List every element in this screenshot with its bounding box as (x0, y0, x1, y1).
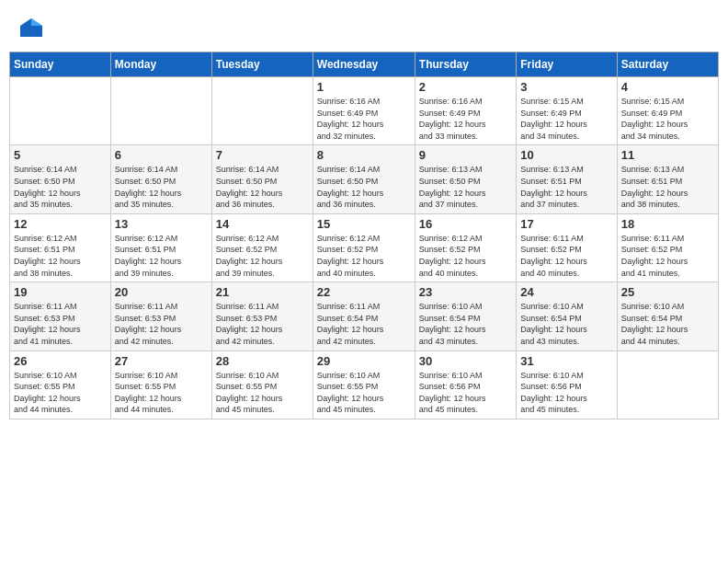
calendar-cell: 9Sunrise: 6:13 AM Sunset: 6:50 PM Daylig… (415, 145, 516, 213)
calendar-cell: 28Sunrise: 6:10 AM Sunset: 6:55 PM Dayli… (211, 350, 313, 419)
svg-marker-1 (31, 18, 42, 26)
header-monday: Monday (110, 52, 211, 77)
header-tuesday: Tuesday (211, 52, 313, 77)
day-number: 30 (419, 354, 512, 368)
day-number: 31 (520, 354, 612, 368)
calendar-cell: 17Sunrise: 6:11 AM Sunset: 6:52 PM Dayli… (517, 213, 617, 282)
day-info: Sunrise: 6:11 AM Sunset: 6:52 PM Dayligh… (520, 233, 612, 279)
calendar-cell: 14Sunrise: 6:12 AM Sunset: 6:52 PM Dayli… (211, 213, 313, 282)
day-info: Sunrise: 6:12 AM Sunset: 6:51 PM Dayligh… (14, 233, 107, 279)
calendar-cell: 13Sunrise: 6:12 AM Sunset: 6:51 PM Dayli… (110, 213, 211, 282)
calendar-cell (617, 350, 718, 419)
day-number: 25 (621, 285, 714, 299)
day-number: 18 (621, 217, 714, 231)
day-number: 10 (520, 148, 612, 162)
calendar-cell: 12Sunrise: 6:12 AM Sunset: 6:51 PM Dayli… (10, 213, 111, 282)
day-info: Sunrise: 6:15 AM Sunset: 6:49 PM Dayligh… (520, 96, 612, 142)
calendar-week-row: 19Sunrise: 6:11 AM Sunset: 6:53 PM Dayli… (10, 282, 719, 350)
day-number: 14 (216, 217, 309, 231)
day-number: 3 (520, 80, 612, 94)
day-number: 5 (14, 148, 107, 162)
day-info: Sunrise: 6:12 AM Sunset: 6:52 PM Dayligh… (317, 233, 411, 279)
calendar-cell: 25Sunrise: 6:10 AM Sunset: 6:54 PM Dayli… (617, 282, 718, 350)
day-info: Sunrise: 6:11 AM Sunset: 6:53 PM Dayligh… (14, 301, 107, 347)
logo-icon (18, 17, 44, 42)
calendar-cell: 22Sunrise: 6:11 AM Sunset: 6:54 PM Dayli… (313, 282, 415, 350)
calendar-cell: 1Sunrise: 6:16 AM Sunset: 6:49 PM Daylig… (313, 77, 415, 145)
calendar-cell: 26Sunrise: 6:10 AM Sunset: 6:55 PM Dayli… (10, 350, 111, 419)
calendar-cell: 3Sunrise: 6:15 AM Sunset: 6:49 PM Daylig… (517, 77, 617, 145)
calendar-cell: 23Sunrise: 6:10 AM Sunset: 6:54 PM Dayli… (415, 282, 516, 350)
header-friday: Friday (517, 52, 617, 77)
calendar-cell: 27Sunrise: 6:10 AM Sunset: 6:55 PM Dayli… (110, 350, 211, 419)
calendar-cell: 20Sunrise: 6:11 AM Sunset: 6:53 PM Dayli… (110, 282, 211, 350)
day-info: Sunrise: 6:10 AM Sunset: 6:55 PM Dayligh… (216, 370, 309, 416)
day-number: 19 (14, 285, 107, 299)
calendar-header-row: SundayMondayTuesdayWednesdayThursdayFrid… (10, 52, 719, 77)
day-number: 27 (115, 354, 208, 368)
day-info: Sunrise: 6:11 AM Sunset: 6:53 PM Dayligh… (115, 301, 208, 347)
calendar-week-row: 26Sunrise: 6:10 AM Sunset: 6:55 PM Dayli… (10, 350, 719, 419)
day-info: Sunrise: 6:14 AM Sunset: 6:50 PM Dayligh… (317, 164, 411, 210)
day-number: 16 (419, 217, 512, 231)
calendar-cell: 2Sunrise: 6:16 AM Sunset: 6:49 PM Daylig… (415, 77, 516, 145)
calendar-cell: 18Sunrise: 6:11 AM Sunset: 6:52 PM Dayli… (617, 213, 718, 282)
calendar-cell: 7Sunrise: 6:14 AM Sunset: 6:50 PM Daylig… (211, 145, 313, 213)
header-sunday: Sunday (10, 52, 111, 77)
day-info: Sunrise: 6:15 AM Sunset: 6:49 PM Dayligh… (621, 96, 714, 142)
day-info: Sunrise: 6:14 AM Sunset: 6:50 PM Dayligh… (14, 164, 107, 210)
day-info: Sunrise: 6:11 AM Sunset: 6:53 PM Dayligh… (216, 301, 309, 347)
day-number: 11 (621, 148, 714, 162)
calendar-cell: 8Sunrise: 6:14 AM Sunset: 6:50 PM Daylig… (313, 145, 415, 213)
day-info: Sunrise: 6:13 AM Sunset: 6:51 PM Dayligh… (621, 164, 714, 210)
day-number: 7 (216, 148, 309, 162)
calendar-cell: 10Sunrise: 6:13 AM Sunset: 6:51 PM Dayli… (517, 145, 617, 213)
day-number: 2 (419, 80, 512, 94)
calendar-cell (211, 77, 313, 145)
calendar-cell: 21Sunrise: 6:11 AM Sunset: 6:53 PM Dayli… (211, 282, 313, 350)
calendar-cell (10, 77, 111, 145)
calendar-week-row: 5Sunrise: 6:14 AM Sunset: 6:50 PM Daylig… (10, 145, 719, 213)
day-info: Sunrise: 6:12 AM Sunset: 6:52 PM Dayligh… (419, 233, 512, 279)
calendar-cell: 30Sunrise: 6:10 AM Sunset: 6:56 PM Dayli… (415, 350, 516, 419)
calendar-cell: 16Sunrise: 6:12 AM Sunset: 6:52 PM Dayli… (415, 213, 516, 282)
day-info: Sunrise: 6:16 AM Sunset: 6:49 PM Dayligh… (419, 96, 512, 142)
day-number: 28 (216, 354, 309, 368)
calendar-cell: 4Sunrise: 6:15 AM Sunset: 6:49 PM Daylig… (617, 77, 718, 145)
day-info: Sunrise: 6:13 AM Sunset: 6:50 PM Dayligh… (419, 164, 512, 210)
day-number: 12 (14, 217, 107, 231)
calendar-cell: 15Sunrise: 6:12 AM Sunset: 6:52 PM Dayli… (313, 213, 415, 282)
calendar-cell: 24Sunrise: 6:10 AM Sunset: 6:54 PM Dayli… (517, 282, 617, 350)
day-number: 13 (115, 217, 208, 231)
day-number: 26 (14, 354, 107, 368)
calendar-cell (110, 77, 211, 145)
calendar-cell: 31Sunrise: 6:10 AM Sunset: 6:56 PM Dayli… (517, 350, 617, 419)
day-info: Sunrise: 6:10 AM Sunset: 6:55 PM Dayligh… (14, 370, 107, 416)
day-number: 4 (621, 80, 714, 94)
day-number: 9 (419, 148, 512, 162)
day-number: 24 (520, 285, 612, 299)
calendar-week-row: 1Sunrise: 6:16 AM Sunset: 6:49 PM Daylig… (10, 77, 719, 145)
calendar-cell: 6Sunrise: 6:14 AM Sunset: 6:50 PM Daylig… (110, 145, 211, 213)
header-saturday: Saturday (617, 52, 718, 77)
day-number: 1 (317, 80, 411, 94)
day-info: Sunrise: 6:14 AM Sunset: 6:50 PM Dayligh… (115, 164, 208, 210)
day-info: Sunrise: 6:13 AM Sunset: 6:51 PM Dayligh… (520, 164, 612, 210)
day-number: 20 (115, 285, 208, 299)
calendar-cell: 19Sunrise: 6:11 AM Sunset: 6:53 PM Dayli… (10, 282, 111, 350)
day-number: 17 (520, 217, 612, 231)
header-thursday: Thursday (415, 52, 516, 77)
logo (18, 17, 48, 42)
day-number: 22 (317, 285, 411, 299)
calendar-cell: 5Sunrise: 6:14 AM Sunset: 6:50 PM Daylig… (10, 145, 111, 213)
day-info: Sunrise: 6:10 AM Sunset: 6:54 PM Dayligh… (621, 301, 714, 347)
calendar-table: SundayMondayTuesdayWednesdayThursdayFrid… (9, 52, 719, 419)
day-number: 15 (317, 217, 411, 231)
day-info: Sunrise: 6:12 AM Sunset: 6:51 PM Dayligh… (115, 233, 208, 279)
day-number: 21 (216, 285, 309, 299)
day-info: Sunrise: 6:10 AM Sunset: 6:55 PM Dayligh… (115, 370, 208, 416)
day-info: Sunrise: 6:11 AM Sunset: 6:52 PM Dayligh… (621, 233, 714, 279)
day-info: Sunrise: 6:10 AM Sunset: 6:56 PM Dayligh… (419, 370, 512, 416)
day-number: 23 (419, 285, 512, 299)
header (9, 9, 719, 46)
